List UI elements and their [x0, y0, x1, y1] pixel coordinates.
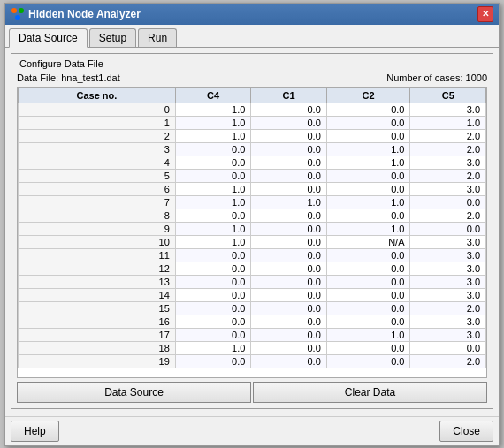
cell-1-4: 1.0 — [410, 116, 486, 129]
cell-1-0: 1 — [19, 116, 176, 129]
window-title: Hidden Node Analyzer — [28, 8, 141, 20]
cell-19-0: 19 — [19, 354, 176, 368]
cell-15-4: 2.0 — [410, 301, 486, 315]
cell-9-0: 9 — [19, 222, 176, 235]
main-window: Hidden Node Analyzer ✕ Data Source Setup… — [4, 3, 500, 446]
cell-0-2: 0.0 — [251, 103, 326, 116]
table-row: 71.01.01.00.0 — [19, 195, 486, 209]
cell-5-3: 0.0 — [326, 169, 410, 182]
cell-17-0: 17 — [19, 328, 176, 341]
cell-5-0: 5 — [19, 169, 176, 182]
cell-11-1: 0.0 — [175, 248, 250, 262]
cell-4-2: 0.0 — [251, 156, 326, 169]
tab-run[interactable]: Run — [138, 28, 177, 47]
cell-12-0: 12 — [19, 262, 176, 275]
cell-18-2: 0.0 — [251, 341, 326, 354]
cell-14-1: 0.0 — [175, 288, 250, 301]
cell-16-4: 3.0 — [410, 315, 486, 328]
cell-4-1: 0.0 — [175, 156, 250, 169]
col-header-c5: C5 — [410, 87, 486, 103]
cell-7-1: 1.0 — [175, 195, 250, 209]
cell-12-4: 3.0 — [410, 262, 486, 275]
cell-16-3: 0.0 — [326, 315, 410, 328]
cell-8-2: 0.0 — [251, 209, 326, 222]
cell-10-3: N/A — [326, 235, 410, 248]
cell-10-0: 10 — [19, 235, 176, 248]
cell-0-3: 0.0 — [326, 103, 410, 116]
cell-9-2: 0.0 — [251, 222, 326, 235]
cell-3-1: 0.0 — [175, 142, 250, 156]
data-source-button[interactable]: Data Source — [17, 382, 251, 403]
cell-16-1: 0.0 — [175, 315, 250, 328]
cell-9-1: 1.0 — [175, 222, 250, 235]
cell-11-2: 0.0 — [251, 248, 326, 262]
close-button[interactable]: Close — [439, 421, 493, 442]
cell-12-1: 0.0 — [175, 262, 250, 275]
cell-7-2: 1.0 — [251, 195, 326, 209]
cell-11-3: 0.0 — [326, 248, 410, 262]
tab-data-source[interactable]: Data Source — [9, 28, 88, 48]
table-row: 80.00.00.02.0 — [19, 209, 486, 222]
cell-13-4: 3.0 — [410, 275, 486, 288]
cell-5-1: 0.0 — [175, 169, 250, 182]
cell-15-3: 0.0 — [326, 301, 410, 315]
cell-18-1: 1.0 — [175, 341, 250, 354]
table-row: 11.00.00.01.0 — [19, 116, 486, 129]
cell-8-0: 8 — [19, 209, 176, 222]
table-row: 150.00.00.02.0 — [19, 301, 486, 315]
clear-data-button[interactable]: Clear Data — [253, 382, 487, 403]
cell-13-1: 0.0 — [175, 275, 250, 288]
cell-18-0: 18 — [19, 341, 176, 354]
cell-7-3: 1.0 — [326, 195, 410, 209]
cell-2-3: 0.0 — [326, 129, 410, 142]
help-button[interactable]: Help — [11, 421, 59, 442]
cell-6-2: 0.0 — [251, 182, 326, 195]
titlebar: Hidden Node Analyzer ✕ — [5, 4, 499, 25]
table-row: 40.00.01.03.0 — [19, 156, 486, 169]
cell-18-4: 0.0 — [410, 341, 486, 354]
data-table-container[interactable]: Case no. C4 C1 C2 C5 01.00.00.03.011.00.… — [17, 87, 487, 378]
cases-label: Number of cases: 1000 — [386, 72, 487, 83]
table-row: 170.00.01.03.0 — [19, 328, 486, 341]
cell-16-2: 0.0 — [251, 315, 326, 328]
cell-1-1: 1.0 — [175, 116, 250, 129]
cell-13-3: 0.0 — [326, 275, 410, 288]
cell-4-0: 4 — [19, 156, 176, 169]
cell-9-4: 0.0 — [410, 222, 486, 235]
tab-setup[interactable]: Setup — [89, 28, 136, 47]
cell-3-3: 1.0 — [326, 142, 410, 156]
tab-bar: Data Source Setup Run — [5, 25, 499, 48]
cell-3-4: 2.0 — [410, 142, 486, 156]
file-info-row: Data File: hna_test1.dat Number of cases… — [17, 72, 487, 83]
cell-17-2: 0.0 — [251, 328, 326, 341]
configure-group: Configure Data File Data File: hna_test1… — [11, 53, 493, 409]
svg-point-2 — [15, 15, 20, 20]
titlebar-left: Hidden Node Analyzer — [11, 7, 141, 21]
cell-15-1: 0.0 — [175, 301, 250, 315]
content-area: Configure Data File Data File: hna_test1… — [5, 48, 499, 416]
cell-0-0: 0 — [19, 103, 176, 116]
cell-4-3: 1.0 — [326, 156, 410, 169]
cell-6-4: 3.0 — [410, 182, 486, 195]
table-row: 50.00.00.02.0 — [19, 169, 486, 182]
cell-8-3: 0.0 — [326, 209, 410, 222]
table-row: 160.00.00.03.0 — [19, 315, 486, 328]
cell-8-4: 2.0 — [410, 209, 486, 222]
group-title: Configure Data File — [17, 58, 106, 69]
cell-14-4: 3.0 — [410, 288, 486, 301]
cell-16-0: 16 — [19, 315, 176, 328]
cell-17-4: 3.0 — [410, 328, 486, 341]
table-row: 110.00.00.03.0 — [19, 248, 486, 262]
cell-19-1: 0.0 — [175, 354, 250, 368]
cell-15-2: 0.0 — [251, 301, 326, 315]
cell-19-3: 0.0 — [326, 354, 410, 368]
col-header-c2: C2 — [326, 87, 410, 103]
svg-point-0 — [11, 8, 17, 13]
cell-12-3: 0.0 — [326, 262, 410, 275]
close-icon[interactable]: ✕ — [477, 6, 493, 22]
cell-3-2: 0.0 — [251, 142, 326, 156]
cell-14-3: 0.0 — [326, 288, 410, 301]
cell-19-2: 0.0 — [251, 354, 326, 368]
table-row: 130.00.00.03.0 — [19, 275, 486, 288]
cell-8-1: 0.0 — [175, 209, 250, 222]
